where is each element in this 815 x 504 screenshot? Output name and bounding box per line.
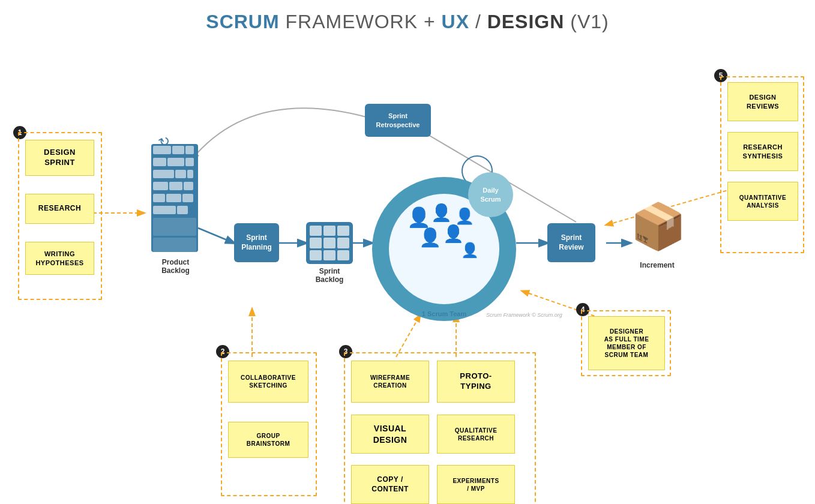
sticky-prototyping: PROTO- TYPING bbox=[437, 361, 515, 403]
sprint-review-box: Sprint Review bbox=[547, 223, 595, 262]
daily-scrum-bubble: Daily Scrum bbox=[468, 172, 513, 217]
page-title: SCRUM FRAMEWORK + UX / DESIGN (V1) bbox=[0, 0, 815, 39]
sticky-design-reviews: DESIGN REVIEWS bbox=[727, 82, 798, 121]
title-slash: / bbox=[469, 11, 487, 32]
sticky-visual-design: VISUAL DESIGN bbox=[351, 415, 429, 454]
sticky-copy-content: COPY / CONTENT bbox=[351, 465, 429, 504]
sticky-wireframe: WIREFRAME CREATION bbox=[351, 361, 429, 403]
sprint-planning-box: Sprint Planning bbox=[234, 223, 279, 262]
sticky-research: RESEARCH bbox=[25, 194, 94, 224]
sprint-backlog-visual bbox=[306, 222, 353, 264]
title-design: DESIGN bbox=[487, 11, 565, 32]
sticky-collaborative-sketching: COLLABORATIVE SKETCHING bbox=[228, 361, 308, 403]
sticky-group-brainstorm: GROUP BRAINSTORM bbox=[228, 422, 308, 458]
product-backlog-label: Product Backlog bbox=[147, 258, 204, 275]
sticky-research-synthesis: RESEARCH SYNTHESIS bbox=[727, 132, 798, 171]
svg-line-8 bbox=[396, 315, 420, 357]
sprint-backlog-label: Sprint Backlog bbox=[306, 267, 353, 284]
title-ux: UX bbox=[442, 11, 469, 32]
scrum-team-label: 1 Scrum Team bbox=[396, 310, 492, 317]
product-backlog-visual bbox=[151, 144, 198, 252]
copyright-text: Scrum Framework © Scrum.org bbox=[486, 312, 562, 318]
sticky-qualitative-research: QUALITATIVE RESEARCH bbox=[437, 415, 515, 454]
increment-icon: 📦 bbox=[630, 204, 687, 249]
title-scrum: SCRUM bbox=[206, 11, 279, 32]
title-framework: FRAMEWORK + bbox=[280, 11, 442, 32]
sticky-experiments-mvp: EXPERIMENTS / MVP bbox=[437, 465, 515, 504]
diagram-area: 1 DESIGN SPRINT RESEARCH WRITING HYPOTHE… bbox=[0, 39, 815, 504]
sticky-designer-full-time: DESIGNER AS FULL TIME MEMBER OF SCRUM TE… bbox=[588, 316, 665, 370]
svg-line-0 bbox=[198, 228, 234, 243]
sticky-quantitative-analysis: QUANTITATIVE ANALYSIS bbox=[727, 182, 798, 221]
title-v1: (V1) bbox=[564, 11, 609, 32]
sticky-design-sprint: DESIGN SPRINT bbox=[25, 140, 94, 176]
increment-label: Increment bbox=[633, 261, 681, 269]
sticky-writing-hypotheses: WRITING HYPOTHESES bbox=[25, 242, 94, 275]
sprint-retro-box: Sprint Retrospective bbox=[365, 104, 431, 137]
